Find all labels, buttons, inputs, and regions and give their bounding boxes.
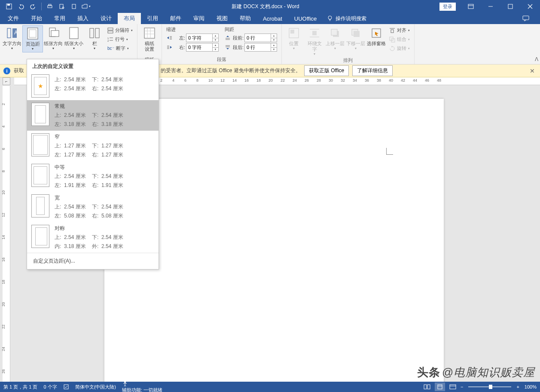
svg-rect-16 <box>523 16 529 20</box>
space-before-icon <box>225 35 231 41</box>
login-button[interactable]: 登录 <box>439 3 456 11</box>
columns-button[interactable]: 栏▾ <box>84 25 105 52</box>
hyphenation-button[interactable]: bc⁻断字▾ <box>106 44 134 52</box>
tab-view[interactable]: 视图 <box>211 13 234 24</box>
collapse-ribbon-icon[interactable]: ᐱ <box>535 56 538 62</box>
cursor-indicator <box>386 148 393 155</box>
svg-rect-3 <box>49 4 51 6</box>
svg-rect-1 <box>7 4 10 6</box>
close-message-icon[interactable]: ✕ <box>528 67 537 74</box>
orientation-button[interactable]: 纸张方向▾ <box>43 25 64 52</box>
svg-rect-49 <box>290 30 294 34</box>
tab-design[interactable]: 设计 <box>95 13 118 24</box>
ribbon-display-icon[interactable] <box>461 0 481 13</box>
print-layout-icon[interactable] <box>435 383 445 391</box>
minimize-icon[interactable] <box>481 0 500 13</box>
tab-insert[interactable]: 插入 <box>71 13 95 24</box>
read-mode-icon[interactable] <box>422 383 432 391</box>
undo-icon[interactable] <box>15 0 27 12</box>
tab-file[interactable]: 文件 <box>2 13 25 24</box>
align-button[interactable]: 对齐▾ <box>387 26 412 34</box>
svg-rect-10 <box>508 4 513 9</box>
redo-icon[interactable] <box>27 0 39 12</box>
tab-uuoffice[interactable]: UUOffice <box>288 13 323 24</box>
margin-preset-中等[interactable]: 中等上:2.54 厘米下:2.54 厘米左:1.91 厘米右:1.91 厘米 <box>27 161 159 192</box>
quick-print-icon[interactable] <box>44 0 55 12</box>
space-after-icon <box>225 44 231 50</box>
margin-preset-宽[interactable]: 宽上:2.54 厘米下:2.54 厘米左:5.08 厘米右:5.08 厘米 <box>27 192 159 222</box>
new-doc-icon[interactable] <box>68 0 79 12</box>
svg-rect-7 <box>468 4 473 9</box>
close-icon[interactable] <box>520 0 540 13</box>
lightbulb-icon <box>327 15 333 21</box>
margins-button[interactable]: 页边距▾ <box>22 25 43 52</box>
line-numbers-button[interactable]: 12行号▾ <box>106 35 134 43</box>
svg-rect-25 <box>90 28 94 38</box>
margin-preset-窄[interactable]: 窄上:1.27 厘米下:1.27 厘米左:1.27 厘米右:1.27 厘米 <box>27 131 159 161</box>
msg-prefix: 获取 <box>14 67 24 74</box>
tab-help[interactable]: 帮助 <box>234 13 257 24</box>
spacing-label: 间距 <box>225 26 277 33</box>
tab-layout[interactable]: 布局 <box>118 13 141 24</box>
comments-icon[interactable] <box>516 12 536 25</box>
margin-preset-常规[interactable]: 常规上:2.54 厘米下:2.54 厘米左:3.18 厘米右:3.18 厘米 <box>27 100 159 131</box>
space-before-input[interactable]: 0 行▲▼ <box>244 34 277 42</box>
svg-rect-6 <box>72 4 76 9</box>
svg-rect-4 <box>60 4 63 9</box>
status-accessibility[interactable]: 辅助功能: 一切就绪 <box>122 381 162 392</box>
rotate-button[interactable]: 旋转▾ <box>387 44 412 52</box>
manuscript-button[interactable]: 稿纸 设置 <box>139 25 160 53</box>
maximize-icon[interactable] <box>500 0 520 13</box>
indent-right-icon <box>166 44 172 50</box>
size-button[interactable]: 纸张大小▾ <box>64 25 84 52</box>
space-after-input[interactable]: 0 行▲▼ <box>244 43 277 52</box>
web-layout-icon[interactable] <box>448 383 458 391</box>
svg-rect-23 <box>51 31 59 37</box>
margin-preset-last[interactable]: ★上:2.54 厘米下:2.54 厘米左:2.54 厘米右:2.54 厘米 <box>27 72 159 100</box>
vertical-ruler[interactable]: 2468101214161820222426 <box>0 86 14 382</box>
zoom-slider[interactable] <box>468 386 511 387</box>
zoom-level[interactable]: 100% <box>525 384 537 389</box>
get-genuine-button[interactable]: 获取正版 Office <box>304 65 349 76</box>
status-page[interactable]: 第 1 页，共 1 页 <box>3 384 37 390</box>
svg-rect-2 <box>48 6 52 8</box>
save-icon[interactable] <box>3 0 15 12</box>
group-button[interactable]: 组合▾ <box>387 35 412 43</box>
position-button: 位置▾ <box>284 25 304 52</box>
svg-rect-33 <box>144 28 155 38</box>
tab-reference[interactable]: 引用 <box>141 13 164 24</box>
bring-forward-button: 上移一层▾ <box>325 25 345 52</box>
paragraph-group-label: 段落 <box>164 56 280 64</box>
tell-me-search[interactable]: 操作说明搜索 <box>323 13 371 24</box>
zoom-out-icon[interactable]: − <box>461 384 463 389</box>
status-spellcheck-icon[interactable] <box>63 384 69 390</box>
print-preview-icon[interactable] <box>56 0 67 12</box>
custom-margins-button[interactable]: 自定义页边距(A)... <box>27 253 159 269</box>
selection-pane-button[interactable]: 选择窗格 <box>366 25 387 47</box>
svg-rect-59 <box>391 30 394 33</box>
svg-point-13 <box>328 16 332 19</box>
indent-left-input[interactable]: 0 字符▲▼ <box>186 34 219 42</box>
margin-preset-对称[interactable]: 对称上:2.54 厘米下:2.54 厘米内:3.18 厘米外:2.54 厘米 <box>27 222 159 253</box>
indent-right-input[interactable]: 0 字符▲▼ <box>186 43 219 52</box>
learn-more-button[interactable]: 了解详细信息 <box>352 65 393 76</box>
svg-rect-62 <box>64 385 68 389</box>
tab-selector-icon[interactable]: ⌐ <box>3 77 10 85</box>
tab-mail[interactable]: 邮件 <box>164 13 187 24</box>
svg-point-63 <box>124 381 126 383</box>
status-words[interactable]: 0 个字 <box>43 384 57 390</box>
tab-review[interactable]: 审阅 <box>187 13 211 24</box>
breaks-button[interactable]: 分隔符▾ <box>106 26 134 34</box>
tab-common[interactable]: 常用 <box>48 13 71 24</box>
tab-acrobat[interactable]: Acrobat <box>257 13 288 24</box>
svg-rect-50 <box>312 31 317 35</box>
text-direction-button[interactable]: A 文字方向▾ <box>2 25 22 52</box>
open-icon[interactable]: ▾ <box>80 0 92 12</box>
svg-rect-27 <box>108 28 113 30</box>
status-language[interactable]: 简体中文(中国大陆) <box>75 384 116 390</box>
arrange-group-label: 排列 <box>284 57 412 65</box>
tab-home[interactable]: 开始 <box>25 13 48 24</box>
svg-text:A: A <box>14 30 18 36</box>
svg-rect-66 <box>438 385 442 389</box>
zoom-in-icon[interactable]: + <box>516 384 519 389</box>
